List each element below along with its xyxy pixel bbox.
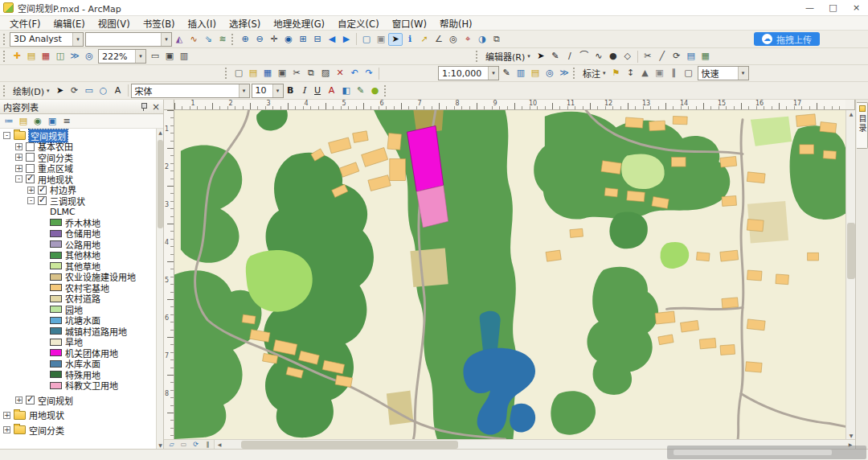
- refresh-view-button[interactable]: ⟳: [190, 440, 202, 449]
- land-use-map[interactable]: [174, 110, 845, 439]
- trace-icon[interactable]: ∿: [592, 50, 606, 63]
- endpoint-arc-icon[interactable]: ⌒: [577, 50, 592, 63]
- zoom-in-icon[interactable]: ⊕: [238, 33, 252, 46]
- toc-item[interactable]: +空间分类: [0, 152, 163, 163]
- list-by-selection-icon[interactable]: ▣: [45, 115, 59, 128]
- save-map-icon[interactable]: ▦: [260, 67, 275, 80]
- back-extent-icon[interactable]: ◀: [325, 33, 339, 46]
- map-vscroll-thumb[interactable]: [847, 223, 855, 279]
- editor-menu-button[interactable]: 编辑器(R) ▾: [482, 49, 534, 64]
- hyperlink-icon[interactable]: ➚: [417, 33, 432, 46]
- toolbar-grip[interactable]: [3, 34, 6, 45]
- open-map-icon[interactable]: ▤: [246, 67, 260, 80]
- python-window-icon[interactable]: ≫: [557, 67, 571, 80]
- map-vertical-scrollbar[interactable]: ▲ ▼: [845, 110, 855, 439]
- expand-icon[interactable]: +: [15, 165, 23, 172]
- font-size-combo[interactable]: 10 ▾: [252, 84, 284, 98]
- legend-swatch[interactable]: [50, 230, 62, 237]
- legend-swatch[interactable]: [50, 295, 62, 302]
- legend-swatch[interactable]: [50, 360, 62, 368]
- legend-swatch[interactable]: [50, 349, 62, 356]
- toolbox-icon[interactable]: ▦: [39, 50, 53, 63]
- chevron-down-icon[interactable]: ▾: [488, 67, 498, 80]
- create-tin-icon[interactable]: ◭: [172, 33, 186, 46]
- fixed-zoom-out-icon[interactable]: ⊟: [310, 33, 325, 46]
- labeling-menu-button[interactable]: 标注 ▾: [579, 66, 609, 80]
- toc-item[interactable]: +空间规划: [0, 395, 163, 406]
- zoom-out-icon[interactable]: ⊖: [252, 33, 267, 46]
- toolbar-grip[interactable]: [225, 68, 228, 79]
- layer-checkbox[interactable]: [26, 396, 35, 405]
- map-canvas[interactable]: [174, 110, 845, 439]
- paste-icon[interactable]: ▨: [318, 67, 333, 80]
- chevron-down-icon[interactable]: ▾: [239, 84, 249, 97]
- pause-labeling-icon[interactable]: ∥: [667, 67, 682, 80]
- python-icon[interactable]: ≫: [68, 50, 82, 63]
- search-icon[interactable]: ◎: [542, 67, 557, 80]
- toc-options-icon[interactable]: ≡: [59, 115, 74, 128]
- legend-swatch[interactable]: [50, 252, 62, 259]
- toc-item[interactable]: -用地现状: [0, 174, 163, 185]
- editor-toggle-icon[interactable]: ✎: [499, 67, 514, 80]
- list-by-source-icon[interactable]: ▤: [16, 115, 31, 128]
- point-tool-icon[interactable]: ●: [606, 50, 620, 63]
- menu-item[interactable]: 选择(S): [223, 17, 267, 30]
- measure-icon[interactable]: ∠: [432, 33, 446, 46]
- collapse-icon[interactable]: -: [27, 197, 35, 204]
- search-window-icon[interactable]: ◎: [82, 50, 96, 63]
- redo-icon[interactable]: ↷: [362, 67, 376, 80]
- legend-swatch[interactable]: [50, 327, 62, 335]
- attributes-icon[interactable]: ▤: [684, 50, 698, 63]
- line-color-icon[interactable]: ✎: [354, 84, 368, 97]
- add-data-icon[interactable]: ✚: [10, 50, 24, 63]
- toc-item[interactable]: -空间规划: [0, 130, 163, 142]
- list-by-drawing-order-icon[interactable]: ≔: [2, 115, 16, 128]
- toolbar-grip[interactable]: [573, 68, 576, 79]
- scroll-left-icon[interactable]: ◀: [215, 442, 224, 447]
- pin-icon[interactable]: [140, 103, 147, 111]
- zoom-whole-page-icon[interactable]: ▭: [148, 50, 162, 63]
- menu-item[interactable]: 窗口(W): [386, 17, 433, 30]
- menu-item[interactable]: 视图(V): [92, 17, 137, 30]
- cut-icon[interactable]: ✂: [289, 67, 304, 80]
- layer-checkbox[interactable]: [38, 196, 47, 205]
- toc-item-label[interactable]: 空间规划: [38, 394, 73, 407]
- menu-item[interactable]: 地理处理(G): [267, 17, 331, 30]
- toolbar-grip[interactable]: [3, 51, 6, 62]
- edit-annotation-icon[interactable]: ✎: [548, 50, 563, 63]
- expand-icon[interactable]: +: [15, 154, 23, 161]
- interpolate-line-icon[interactable]: ∿: [186, 33, 201, 46]
- label-priority-icon[interactable]: ↕: [624, 67, 638, 80]
- toc-item-label[interactable]: 用地现状: [29, 409, 64, 421]
- lock-labels-icon[interactable]: ▣: [653, 67, 667, 80]
- arccatalog-icon[interactable]: ▤: [24, 50, 39, 63]
- forward-extent-icon[interactable]: ▶: [339, 33, 354, 46]
- zoom-100-icon[interactable]: ▣: [162, 50, 177, 63]
- font-color-icon[interactable]: A: [325, 84, 339, 97]
- undo-icon[interactable]: ↶: [347, 67, 362, 80]
- bold-button[interactable]: B: [284, 84, 297, 97]
- print-icon[interactable]: ▣: [275, 67, 289, 80]
- expand-icon[interactable]: +: [15, 143, 23, 150]
- toolbar-grip[interactable]: [476, 51, 479, 62]
- chevron-down-icon[interactable]: ▾: [161, 33, 171, 46]
- new-map-icon[interactable]: ▢: [231, 67, 246, 80]
- scroll-up-icon[interactable]: ▲: [157, 129, 164, 136]
- toolbar-grip[interactable]: [231, 34, 235, 45]
- layer-checkbox[interactable]: [26, 164, 35, 173]
- list-by-visibility-icon[interactable]: ◉: [31, 115, 45, 128]
- toc-item[interactable]: -三调现状: [0, 195, 163, 207]
- layer-checkbox[interactable]: [38, 186, 47, 195]
- model-builder-icon[interactable]: ◫: [53, 50, 68, 63]
- fill-color-icon[interactable]: ◧: [339, 84, 354, 97]
- italic-button[interactable]: I: [297, 84, 311, 97]
- catalog-window-icon[interactable]: ▤: [528, 67, 542, 80]
- toolbar-grip[interactable]: [384, 85, 387, 97]
- menu-item[interactable]: 帮助(H): [433, 17, 479, 30]
- legend-swatch[interactable]: [50, 371, 62, 378]
- viewer-window-icon[interactable]: ⧉: [489, 33, 504, 46]
- layer-checkbox[interactable]: [26, 153, 35, 162]
- legend-swatch[interactable]: [50, 317, 62, 324]
- table-of-contents-icon[interactable]: ▥: [514, 67, 528, 80]
- chevron-down-icon[interactable]: ▾: [272, 84, 283, 97]
